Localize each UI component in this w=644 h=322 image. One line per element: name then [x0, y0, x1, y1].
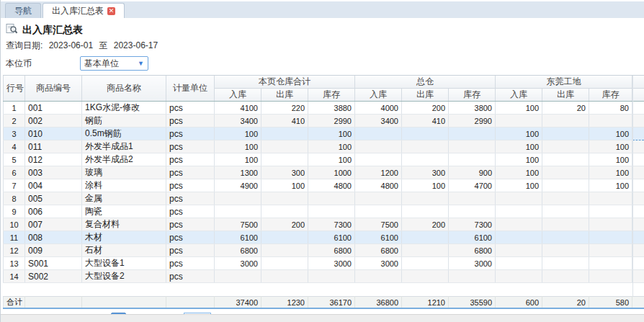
cell-value[interactable]: 100 — [496, 128, 542, 140]
cell-unit[interactable]: pcs — [166, 192, 215, 205]
cell-value[interactable]: 4000 — [355, 102, 402, 115]
cell-value[interactable] — [449, 205, 496, 218]
cell-unit[interactable]: pcs — [166, 244, 215, 257]
cell-value[interactable]: 100 — [308, 140, 355, 153]
cell-value[interactable] — [355, 270, 402, 283]
cell-value[interactable] — [542, 244, 589, 257]
cell-row-number[interactable]: 13 — [4, 257, 25, 270]
cell-partial[interactable] — [632, 270, 644, 283]
cell-value[interactable] — [589, 218, 632, 231]
cell-value[interactable]: 2990 — [308, 115, 355, 128]
cell-value[interactable]: 20 — [542, 102, 589, 115]
cell-value[interactable]: 100 — [496, 179, 542, 192]
table-row[interactable]: 12009石材pcs6800680068006800 — [4, 244, 644, 257]
cell-product-code[interactable]: S002 — [25, 270, 82, 283]
cell-value[interactable]: 7500 — [355, 218, 402, 231]
column-header[interactable]: 商品编号 — [25, 76, 82, 102]
cell-value[interactable] — [496, 218, 542, 231]
cell-value[interactable] — [261, 140, 308, 153]
cell-value[interactable] — [542, 270, 589, 283]
cell-row-number[interactable]: 6 — [4, 166, 25, 179]
cell-value[interactable] — [496, 270, 542, 283]
cell-value[interactable] — [542, 257, 589, 270]
cell-value[interactable] — [261, 244, 308, 257]
cell-value[interactable] — [261, 192, 308, 205]
cell-unit[interactable]: pcs — [166, 218, 215, 231]
cell-value[interactable]: 100 — [496, 140, 542, 153]
cell-value[interactable]: 6800 — [355, 244, 402, 257]
cell-value[interactable] — [355, 153, 402, 166]
cell-value[interactable]: 6800 — [308, 244, 355, 257]
cell-value[interactable]: 100 — [215, 140, 261, 153]
cell-product-code[interactable]: 011 — [25, 140, 82, 153]
cell-value[interactable] — [449, 140, 496, 153]
column-header[interactable]: 商品名称 — [82, 76, 166, 102]
cell-value[interactable]: 7300 — [449, 218, 496, 231]
cell-value[interactable] — [402, 140, 449, 153]
cell-partial[interactable] — [632, 218, 644, 231]
cell-value[interactable]: 100 — [496, 166, 542, 179]
table-row[interactable]: 6003玻璃pcs130030010001200300900100100 — [4, 166, 644, 179]
cell-value[interactable] — [449, 270, 496, 283]
subcolumn-header[interactable]: 库存 — [308, 89, 355, 102]
cell-value[interactable] — [542, 128, 589, 140]
cell-value[interactable]: 100 — [496, 102, 542, 115]
cell-value[interactable] — [402, 257, 449, 270]
column-header[interactable]: 行号 — [4, 76, 25, 102]
cell-value[interactable]: 3400 — [215, 115, 261, 128]
cell-product-code[interactable]: S001 — [25, 257, 82, 270]
cell-value[interactable]: 3800 — [449, 102, 496, 115]
cell-value[interactable]: 7300 — [308, 218, 355, 231]
cell-value[interactable]: 3880 — [308, 102, 355, 115]
cell-value[interactable]: 100 — [261, 179, 308, 192]
cell-unit[interactable]: pcs — [166, 205, 215, 218]
cell-value[interactable] — [542, 140, 589, 153]
cell-product-code[interactable]: 008 — [25, 231, 82, 244]
cell-row-number[interactable]: 3 — [4, 128, 25, 140]
cell-value[interactable]: 100 — [589, 153, 632, 166]
cell-value[interactable] — [542, 192, 589, 205]
cell-value[interactable]: 100 — [215, 128, 261, 140]
cell-value[interactable] — [261, 257, 308, 270]
cell-value[interactable] — [496, 244, 542, 257]
cell-row-number[interactable]: 12 — [4, 244, 25, 257]
cell-unit[interactable]: pcs — [166, 102, 215, 115]
unit-select[interactable]: 基本单位 ▼ — [80, 56, 148, 71]
cell-product-code[interactable]: 006 — [25, 205, 82, 218]
table-row[interactable]: 5012外发半成品2pcs100100100100 — [4, 153, 644, 166]
cell-value[interactable] — [402, 244, 449, 257]
cell-row-number[interactable]: 1 — [4, 102, 25, 115]
subcolumn-header[interactable]: 库存 — [449, 89, 496, 102]
cell-product-name[interactable]: 外发半成品1 — [82, 140, 166, 153]
cell-row-number[interactable]: 7 — [4, 179, 25, 192]
table-row[interactable]: 11008木材pcs6100610061006100 — [4, 231, 644, 244]
cell-product-code[interactable]: 007 — [25, 218, 82, 231]
cell-value[interactable] — [215, 192, 261, 205]
cell-value[interactable]: 4700 — [449, 179, 496, 192]
cell-value[interactable] — [215, 270, 261, 283]
cell-value[interactable]: 410 — [261, 115, 308, 128]
cell-value[interactable] — [496, 205, 542, 218]
cell-partial[interactable] — [632, 244, 644, 257]
cell-row-number[interactable]: 10 — [4, 218, 25, 231]
cell-product-name[interactable]: 1KG水泥-修改 — [82, 102, 166, 115]
cell-value[interactable] — [589, 244, 632, 257]
table-row[interactable]: 14S002大型设备2pcs — [4, 270, 644, 283]
cell-value[interactable]: 220 — [261, 102, 308, 115]
subcolumn-header[interactable]: 出库 — [542, 89, 589, 102]
cell-value[interactable] — [261, 153, 308, 166]
cell-value[interactable] — [261, 270, 308, 283]
cell-value[interactable] — [261, 231, 308, 244]
cell-unit[interactable]: pcs — [166, 140, 215, 153]
cell-product-name[interactable]: 陶瓷 — [82, 205, 166, 218]
cell-product-name[interactable]: 大型设备2 — [82, 270, 166, 283]
cell-value[interactable] — [542, 231, 589, 244]
cell-value[interactable] — [449, 153, 496, 166]
cell-value[interactable]: 100 — [589, 140, 632, 153]
cell-product-code[interactable]: 012 — [25, 153, 82, 166]
cell-product-name[interactable]: 金属 — [82, 192, 166, 205]
cell-value[interactable]: 3000 — [308, 257, 355, 270]
cell-value[interactable]: 300 — [402, 166, 449, 179]
cell-value[interactable]: 100 — [308, 153, 355, 166]
cell-value[interactable] — [542, 115, 589, 128]
